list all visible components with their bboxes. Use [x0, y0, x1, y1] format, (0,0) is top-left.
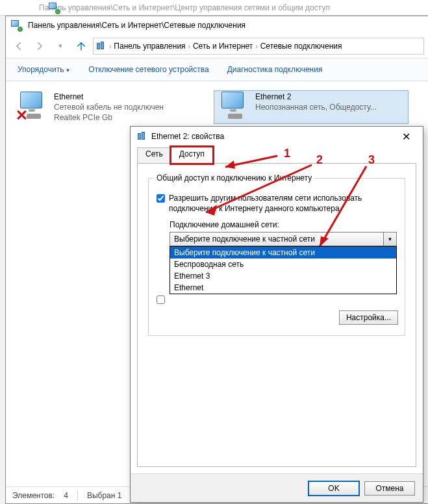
breadcrumb-seg-3[interactable]: Сетевые подключения: [260, 42, 342, 51]
breadcrumb-seg-2[interactable]: Сеть и Интернет: [193, 42, 253, 51]
nav-up-button[interactable]: [72, 37, 90, 55]
home-network-combo-wrap: Выберите подключение к частной сети ▼ Вы…: [170, 232, 397, 246]
home-network-combo[interactable]: Выберите подключение к частной сети ▼: [170, 232, 397, 246]
breadcrumb-sep-icon: ›: [188, 43, 190, 50]
adapter-status: Сетевой кабель не подключен: [54, 102, 164, 112]
ics-groupbox: Общий доступ к подключению к Интернету Р…: [148, 178, 405, 336]
toolbar-organize[interactable]: Упорядочить▼: [18, 65, 70, 74]
adapter-name: Ethernet 2: [255, 92, 377, 102]
dialog-titlebar: Ethernet 2: свойства ✕: [131, 127, 423, 146]
tab-access[interactable]: Доступ: [171, 147, 213, 164]
explorer-title: Панель управления\Сеть и Интернет\Сетевы…: [28, 21, 245, 30]
allow-manage-row[interactable]: [157, 294, 397, 304]
close-button[interactable]: ✕: [396, 127, 416, 146]
adapter-device: Realtek PCIe Gb: [54, 112, 164, 123]
ok-button[interactable]: OK: [308, 481, 359, 496]
home-network-combo-list: Выберите подключение к частной сети Бесп…: [170, 246, 397, 294]
adapter-ethernet-2[interactable]: Ethernet 2 Неопознанная сеть, Общедосту.…: [214, 90, 409, 124]
explorer-titlebar: Панель управления\Сеть и Интернет\Сетевы…: [6, 16, 428, 34]
properties-dialog: Ethernet 2: свойства ✕ Сеть Доступ Общий…: [130, 126, 423, 503]
address-breadcrumb[interactable]: › Панель управления › Сеть и Интернет › …: [93, 38, 424, 55]
toolbar-disable-device[interactable]: Отключение сетевого устройства: [88, 65, 208, 74]
control-panel-icon: [11, 20, 21, 31]
allow-sharing-label: Разрешить другим пользователям сети испо…: [169, 193, 397, 214]
network-adapter-icon: [216, 92, 250, 120]
nav-recent-dropdown[interactable]: ▼: [51, 37, 69, 55]
chevron-down-icon: ▼: [388, 236, 393, 242]
dialog-title: Ethernet 2: свойства: [151, 132, 396, 141]
control-panel-icon: [49, 3, 59, 13]
nav-back-button[interactable]: [10, 37, 28, 55]
status-items-label: Элементов:: [12, 491, 55, 500]
bg-title-text: Панель управления\Сеть и Интернет\Центр …: [39, 3, 330, 12]
background-window-title: Панель управления\Сеть и Интернет\Центр …: [0, 0, 428, 16]
network-connections-icon: [96, 41, 107, 51]
combo-option-0[interactable]: Выберите подключение к частной сети: [170, 247, 396, 258]
home-network-label: Подключение домашней сети:: [170, 220, 397, 229]
adapter-name: Ethernet: [54, 92, 164, 102]
status-selection: Выбран 1: [87, 491, 121, 500]
allow-manage-checkbox[interactable]: [157, 296, 165, 304]
breadcrumb-sep-icon: ›: [255, 43, 257, 50]
explorer-toolbar: Упорядочить▼ Отключение сетевого устройс…: [6, 58, 428, 81]
dialog-footer: OK Отмена: [131, 473, 423, 502]
status-items-count: 4: [64, 491, 68, 500]
combo-selected-text: Выберите подключение к частной сети: [174, 234, 315, 244]
cancel-button[interactable]: Отмена: [364, 481, 415, 496]
tab-network[interactable]: Сеть: [137, 147, 171, 164]
combo-option-1[interactable]: Беспроводная сеть: [170, 258, 396, 270]
tab-strip: Сеть Доступ: [137, 146, 416, 163]
adapter-status: Неопознанная сеть, Общедосту...: [255, 102, 377, 112]
combo-drop-button[interactable]: ▼: [383, 233, 396, 246]
close-icon: ✕: [402, 131, 410, 143]
tab-panel-access: Общий доступ к подключению к Интернету Р…: [137, 163, 416, 467]
ics-group-legend: Общий доступ к подключению к Интернету: [154, 173, 314, 183]
nav-forward-button[interactable]: [31, 37, 49, 55]
toolbar-diagnose[interactable]: Диагностика подключения: [227, 65, 323, 74]
settings-button[interactable]: Настройка...: [339, 310, 398, 325]
adapter-ethernet[interactable]: Ethernet Сетевой кабель не подключен Rea…: [12, 90, 207, 124]
adapter-icon: [137, 131, 147, 142]
breadcrumb-seg-1[interactable]: Панель управления: [114, 42, 185, 51]
network-adapter-icon: [15, 92, 49, 120]
breadcrumb-sep-icon: ›: [109, 43, 111, 50]
combo-option-2[interactable]: Ethernet 3: [170, 270, 396, 282]
combo-option-3[interactable]: Ethernet: [170, 282, 396, 294]
status-separator: [77, 490, 78, 501]
allow-sharing-checkbox[interactable]: [157, 194, 165, 203]
address-bar-row: ▼ › Панель управления › Сеть и Интернет …: [6, 34, 428, 58]
dropdown-arrow-icon: ▼: [65, 68, 70, 73]
allow-sharing-row[interactable]: Разрешить другим пользователям сети испо…: [157, 193, 397, 214]
